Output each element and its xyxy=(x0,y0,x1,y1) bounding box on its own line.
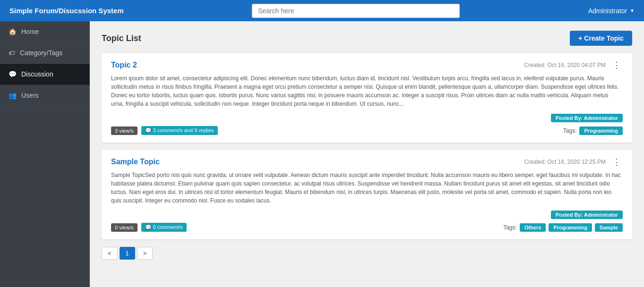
topic-1-posted-row: Posted By: Administrator xyxy=(111,114,623,122)
sidebar-item-discussion-label: Discussion xyxy=(21,70,53,78)
topic-1-meta: Created: Oct 16, 2020 04:07 PM ⋮ xyxy=(524,61,623,69)
topic-1-tag-programming[interactable]: Programming xyxy=(579,127,623,135)
user-menu[interactable]: Administrator ▼ xyxy=(588,7,635,15)
home-icon: 🏠 xyxy=(9,28,17,35)
topic-1-views: 3 view/s xyxy=(111,127,137,135)
topic-2-more-button[interactable]: ⋮ xyxy=(610,158,623,166)
topic-2-tag-sample[interactable]: Sample xyxy=(595,223,623,232)
topic-1-stats: 3 view/s 💬 3 comment/s and 9 replies xyxy=(111,126,218,135)
topic-card-2-header: Sample Topic Created: Oct 16, 2020 12:25… xyxy=(111,158,623,166)
topic-2-meta: Created: Oct 16, 2020 12:25 PM ⋮ xyxy=(524,158,623,166)
search-input[interactable] xyxy=(252,4,460,18)
topic-2-body: Sample TopicSed porto nisi quis nunc gra… xyxy=(111,171,623,205)
topic-1-comments: 💬 3 comment/s and 9 replies xyxy=(141,126,218,135)
search-container xyxy=(252,4,460,18)
topic-card-1-header: Topic 2 Created: Oct 16, 2020 04:07 PM ⋮ xyxy=(111,61,623,69)
topic-2-stats: 0 view/s 💬 0 comment/s xyxy=(111,223,187,232)
topic-1-tags: Tags: Programming xyxy=(563,127,623,135)
topic-1-footer: 3 view/s 💬 3 comment/s and 9 replies Tag… xyxy=(111,126,623,135)
sidebar-item-category[interactable]: 🏷 Category/Tags xyxy=(0,42,90,64)
chat-icon: 💬 xyxy=(9,70,17,78)
sidebar-item-home[interactable]: 🏠 Home xyxy=(0,21,90,42)
navbar: Simple Forum/Disucssion System Administr… xyxy=(0,0,644,21)
pagination-next[interactable]: > xyxy=(137,247,153,260)
create-topic-button[interactable]: + Create Topic xyxy=(570,31,632,46)
topic-2-posted-row: Posted By: Administrator xyxy=(111,211,623,219)
topic-card-2: Sample Topic Created: Oct 16, 2020 12:25… xyxy=(102,150,632,239)
pagination-current[interactable]: 1 xyxy=(120,247,135,260)
topic-2-tags: Tags: Others Programming Sample xyxy=(503,223,623,232)
sidebar-item-users-label: Users xyxy=(21,92,39,99)
sidebar-item-home-label: Home xyxy=(21,28,39,35)
caret-icon: ▼ xyxy=(630,8,635,13)
topic-2-tag-others[interactable]: Others xyxy=(520,223,546,232)
topic-2-comments: 💬 0 comment/s xyxy=(141,223,187,232)
topic-1-more-button[interactable]: ⋮ xyxy=(610,61,623,69)
topic-2-posted-by: Posted By: Administrator xyxy=(551,211,623,219)
user-label: Administrator xyxy=(588,7,627,15)
layout: 🏠 Home 🏷 Category/Tags 💬 Discussion 👥 Us… xyxy=(0,21,644,287)
pagination-prev[interactable]: < xyxy=(102,247,118,260)
topic-1-tags-label: Tags: xyxy=(563,127,577,134)
pagination: < 1 > xyxy=(102,247,632,260)
topic-2-title[interactable]: Sample Topic xyxy=(111,158,160,166)
main-content: Topic List + Create Topic Topic 2 Create… xyxy=(90,21,644,287)
topic-list-header: Topic List + Create Topic xyxy=(102,31,632,46)
sidebar-item-category-label: Category/Tags xyxy=(20,49,62,57)
topic-2-views: 0 view/s xyxy=(111,223,137,232)
topic-2-tag-programming[interactable]: Programming xyxy=(549,223,592,232)
users-icon: 👥 xyxy=(9,92,17,99)
topic-list-title: Topic List xyxy=(102,34,141,43)
topic-2-footer: 0 view/s 💬 0 comment/s Tags: Others Prog… xyxy=(111,223,623,232)
topic-1-posted-by: Posted By: Administrator xyxy=(551,114,623,122)
topic-card-1: Topic 2 Created: Oct 16, 2020 04:07 PM ⋮… xyxy=(102,53,632,143)
tag-icon: 🏷 xyxy=(9,49,15,57)
sidebar-item-users[interactable]: 👥 Users xyxy=(0,85,90,106)
sidebar: 🏠 Home 🏷 Category/Tags 💬 Discussion 👥 Us… xyxy=(0,21,90,287)
sidebar-item-discussion[interactable]: 💬 Discussion xyxy=(0,64,90,85)
topic-2-created: Created: Oct 16, 2020 12:25 PM xyxy=(524,159,606,165)
topic-1-title[interactable]: Topic 2 xyxy=(111,61,137,69)
navbar-brand: Simple Forum/Disucssion System xyxy=(9,7,124,15)
topic-2-tags-label: Tags: xyxy=(503,224,517,231)
topic-1-body: Lorem ipsum dolor sit amet, consectetur … xyxy=(111,74,623,108)
topic-1-created: Created: Oct 16, 2020 04:07 PM xyxy=(524,62,606,68)
